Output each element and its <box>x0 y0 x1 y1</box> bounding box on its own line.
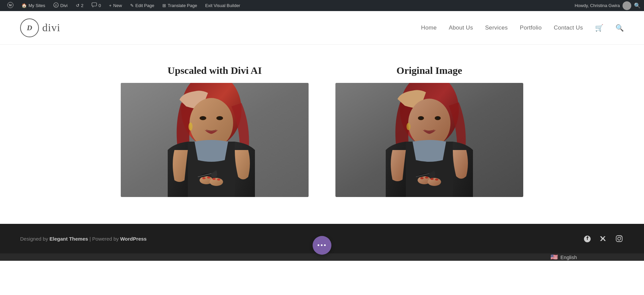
translate-page-icon: ⊞ <box>162 3 166 8</box>
upscaled-title: Upscaled with Divi AI <box>168 65 262 76</box>
svg-point-27 <box>420 117 423 119</box>
my-sites-label: My Sites <box>29 3 45 8</box>
site-header: D divi Home About Us Services Portfolio … <box>0 11 644 45</box>
svg-point-18 <box>212 178 216 180</box>
svg-point-35 <box>435 179 438 181</box>
instagram-icon[interactable] <box>614 234 624 243</box>
nav-services[interactable]: Services <box>485 24 508 31</box>
new-icon: + <box>109 3 112 8</box>
svg-point-33 <box>425 177 428 179</box>
new-item[interactable]: + New <box>105 0 126 11</box>
nav-portfolio[interactable]: Portfolio <box>520 24 542 31</box>
exit-builder-item[interactable]: Exit Visual Builder <box>201 0 245 11</box>
edit-page-label: Edit Page <box>136 3 154 8</box>
svg-point-17 <box>207 177 210 179</box>
comments-item[interactable]: 0 <box>88 0 105 11</box>
svg-point-19 <box>217 179 220 181</box>
admin-bar-right: Howdy, Christina Gwira 🔍 <box>575 1 641 10</box>
footer-prefix: Designed by <box>20 236 50 242</box>
wordpress-icon-item[interactable]: W <box>3 0 17 11</box>
svg-text:D: D <box>54 4 57 7</box>
svg-rect-4 <box>92 3 97 6</box>
user-avatar <box>623 1 631 10</box>
logo-text: divi <box>42 21 60 34</box>
site-logo[interactable]: D divi <box>20 18 60 37</box>
footer-social <box>582 234 624 243</box>
svg-point-21 <box>189 122 193 131</box>
svg-text:W: W <box>9 3 12 7</box>
svg-point-34 <box>430 178 434 180</box>
svg-point-28 <box>437 117 439 119</box>
exit-builder-label: Exit Visual Builder <box>205 3 240 8</box>
svg-point-40 <box>621 236 621 237</box>
comments-count: 0 <box>99 3 101 8</box>
svg-point-37 <box>407 123 411 130</box>
svg-point-12 <box>219 117 221 119</box>
footer-cms: WordPress <box>120 236 147 242</box>
svg-point-31 <box>428 178 441 186</box>
svg-point-32 <box>420 177 424 179</box>
logo-circle: D <box>20 18 39 37</box>
original-title: Original Image <box>396 65 462 76</box>
fab-button[interactable]: ••• <box>313 236 331 255</box>
edit-page-icon: ✎ <box>130 3 134 8</box>
edit-page-item[interactable]: ✎ Edit Page <box>126 0 158 11</box>
main-content: Upscaled with Divi AI <box>0 45 644 224</box>
my-sites-icon: 🏠 <box>21 3 27 8</box>
revision-item[interactable]: ↺ 2 <box>72 0 88 11</box>
language-selector[interactable]: 🇺🇸 English <box>550 253 577 261</box>
my-sites-item[interactable]: 🏠 My Sites <box>17 0 49 11</box>
original-column: Original Image <box>335 65 523 197</box>
cart-icon[interactable]: 🛒 <box>595 24 603 32</box>
language-flag: 🇺🇸 <box>550 253 558 261</box>
svg-point-11 <box>202 117 205 119</box>
admin-search-icon[interactable]: 🔍 <box>634 2 641 9</box>
twitter-icon[interactable] <box>598 234 608 243</box>
nav-about-us[interactable]: About Us <box>449 24 473 31</box>
comments-icon <box>92 2 97 9</box>
footer-middle: | Powered by <box>88 236 120 242</box>
divi-item[interactable]: D Divi <box>49 0 72 11</box>
admin-bar: W 🏠 My Sites D Divi ↺ 2 0 + New <box>0 0 644 11</box>
revision-count: 2 <box>81 3 84 8</box>
logo-letter: D <box>27 23 32 32</box>
svg-point-39 <box>618 237 621 240</box>
admin-bar-left: W 🏠 My Sites D Divi ↺ 2 0 + New <box>3 0 244 11</box>
images-section: Upscaled with Divi AI <box>34 65 610 197</box>
facebook-icon[interactable] <box>582 234 592 243</box>
revision-icon: ↺ <box>76 3 79 8</box>
wordpress-icon: W <box>7 2 13 9</box>
nav-home[interactable]: Home <box>421 24 437 31</box>
upscaled-column: Upscaled with Divi AI <box>121 65 309 197</box>
translate-page-label: Translate Page <box>168 3 197 8</box>
nav-search-icon[interactable]: 🔍 <box>615 24 624 32</box>
translate-page-item[interactable]: ⊞ Translate Page <box>158 0 201 11</box>
svg-point-15 <box>210 178 223 186</box>
new-label: New <box>113 3 122 8</box>
language-label: English <box>560 254 577 260</box>
original-image <box>335 83 523 197</box>
divi-label: Divi <box>60 3 68 8</box>
nav-contact-us[interactable]: Contact Us <box>554 24 583 31</box>
fab-icon: ••• <box>317 241 327 250</box>
main-nav: Home About Us Services Portfolio Contact… <box>421 24 624 32</box>
user-greeting: Howdy, Christina Gwira <box>575 3 620 8</box>
svg-point-16 <box>202 177 206 179</box>
divi-icon: D <box>53 2 59 9</box>
upscaled-image <box>121 83 309 197</box>
footer-credits: Designed by Elegant Themes | Powered by … <box>20 236 147 242</box>
footer-brand: Elegant Themes <box>50 236 88 242</box>
